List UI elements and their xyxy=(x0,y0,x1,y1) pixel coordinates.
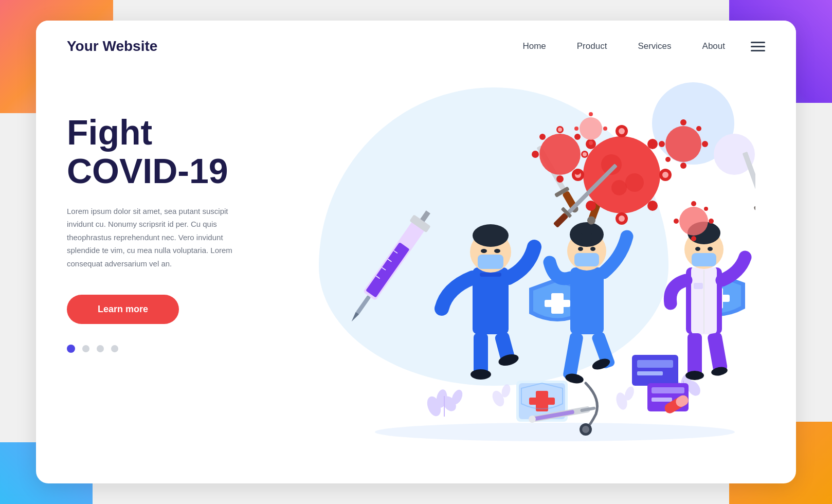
hero-illustration xyxy=(334,103,755,453)
svg-point-61 xyxy=(572,231,583,242)
svg-point-153 xyxy=(704,207,708,211)
svg-point-138 xyxy=(539,134,546,140)
svg-point-123 xyxy=(586,201,596,211)
svg-point-139 xyxy=(558,128,562,132)
nav-link-product[interactable]: Product xyxy=(577,41,607,51)
svg-rect-34 xyxy=(545,300,570,307)
dot-4[interactable] xyxy=(111,345,118,352)
svg-point-121 xyxy=(647,201,658,211)
svg-point-91 xyxy=(685,371,704,380)
hero-title: Fight COVID-19 xyxy=(67,113,262,190)
dot-1[interactable] xyxy=(67,345,75,353)
hamburger-line-1 xyxy=(751,42,765,43)
svg-point-142 xyxy=(680,119,686,125)
hamburger-icon[interactable] xyxy=(751,42,765,51)
svg-marker-53 xyxy=(350,312,359,323)
hero-description: Lorem ipsum dolor sit amet, sea putant s… xyxy=(67,205,252,271)
svg-point-148 xyxy=(679,207,708,236)
svg-rect-43 xyxy=(480,273,501,277)
main-card: Your Website Home Product Services About… xyxy=(36,21,796,483)
hamburger-line-2 xyxy=(751,46,765,47)
svg-point-42 xyxy=(494,249,500,253)
svg-point-154 xyxy=(580,117,602,140)
svg-point-151 xyxy=(691,236,696,241)
svg-rect-63 xyxy=(574,253,599,266)
svg-point-41 xyxy=(481,249,487,253)
svg-rect-29 xyxy=(652,387,684,393)
svg-point-146 xyxy=(696,126,701,131)
svg-point-158 xyxy=(574,127,578,131)
svg-rect-88 xyxy=(694,283,703,289)
nav-links: Home Product Services About xyxy=(522,41,725,51)
svg-point-145 xyxy=(659,141,665,147)
navbar: Your Website Home Product Services About xyxy=(36,21,796,72)
svg-point-149 xyxy=(691,201,696,206)
svg-point-46 xyxy=(471,369,491,380)
nav-logo[interactable]: Your Website xyxy=(67,38,157,55)
svg-point-147 xyxy=(665,157,671,162)
svg-rect-84 xyxy=(692,253,716,266)
svg-point-136 xyxy=(574,134,581,140)
svg-point-120 xyxy=(647,139,658,149)
svg-point-128 xyxy=(662,172,668,178)
svg-rect-30 xyxy=(652,398,672,402)
svg-point-24 xyxy=(582,426,589,433)
svg-point-155 xyxy=(589,112,593,116)
svg-point-127 xyxy=(619,128,625,134)
svg-rect-25 xyxy=(632,355,678,386)
hero-section: Fight COVID-19 Lorem ipsum dolor sit ame… xyxy=(36,72,796,483)
hero-title-line2: COVID-19 xyxy=(67,151,228,190)
svg-rect-89 xyxy=(688,333,702,377)
svg-point-140 xyxy=(583,152,587,156)
svg-point-143 xyxy=(702,141,708,147)
svg-rect-162 xyxy=(553,212,569,228)
svg-point-115 xyxy=(583,136,660,213)
nav-link-about[interactable]: About xyxy=(702,41,725,51)
svg-rect-40 xyxy=(478,255,503,269)
learn-more-button[interactable]: Learn more xyxy=(67,295,179,324)
svg-rect-95 xyxy=(754,202,755,211)
svg-point-39 xyxy=(473,224,509,247)
hero-title-line1: Fight xyxy=(67,113,152,152)
svg-rect-44 xyxy=(474,333,488,374)
nav-link-home[interactable]: Home xyxy=(522,41,546,51)
svg-rect-90 xyxy=(707,332,728,373)
svg-point-137 xyxy=(574,169,581,175)
svg-point-86 xyxy=(708,247,713,251)
svg-point-134 xyxy=(556,175,564,183)
svg-point-125 xyxy=(625,173,644,192)
svg-rect-66 xyxy=(563,332,584,380)
svg-point-156 xyxy=(603,127,607,131)
svg-point-135 xyxy=(532,151,539,158)
hero-right xyxy=(293,72,796,483)
svg-point-150 xyxy=(709,219,714,224)
svg-point-62 xyxy=(591,231,601,242)
svg-point-157 xyxy=(589,141,593,145)
svg-point-65 xyxy=(590,247,595,251)
hamburger-line-3 xyxy=(751,50,765,51)
nav-link-services[interactable]: Services xyxy=(638,41,671,51)
svg-rect-26 xyxy=(637,360,673,368)
svg-point-129 xyxy=(619,215,625,222)
svg-point-141 xyxy=(665,126,701,162)
svg-point-0 xyxy=(375,423,735,441)
svg-rect-27 xyxy=(637,371,663,375)
hero-left: Fight COVID-19 Lorem ipsum dolor sit ame… xyxy=(36,72,293,483)
svg-point-152 xyxy=(674,219,679,224)
svg-point-144 xyxy=(680,163,686,169)
svg-rect-52 xyxy=(356,295,371,314)
svg-rect-49 xyxy=(366,242,410,298)
svg-rect-18 xyxy=(529,398,555,405)
svg-point-64 xyxy=(578,247,583,251)
svg-point-126 xyxy=(611,180,627,195)
svg-point-85 xyxy=(695,247,700,251)
pagination-dots xyxy=(67,345,262,353)
dot-3[interactable] xyxy=(97,345,104,352)
dot-2[interactable] xyxy=(82,345,89,352)
svg-rect-93 xyxy=(743,152,755,207)
svg-point-131 xyxy=(539,134,581,175)
